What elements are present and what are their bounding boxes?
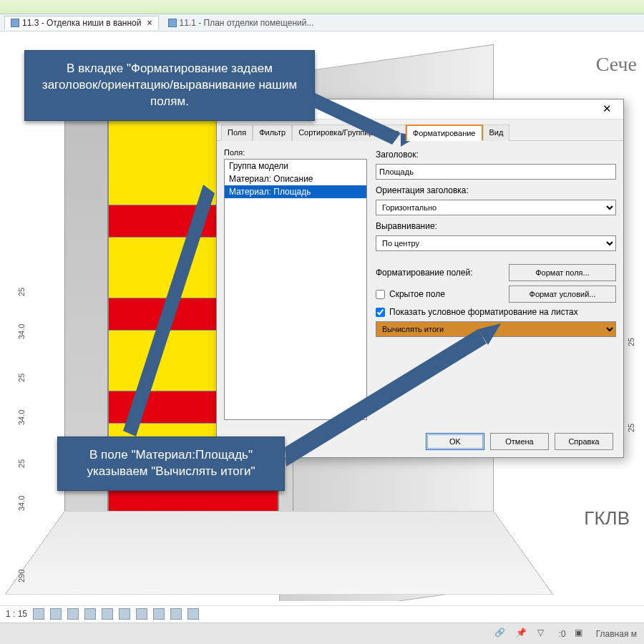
list-item[interactable]: Группа модели <box>225 160 366 172</box>
dimension-text: 290 <box>17 570 26 582</box>
temp-hide-icon[interactable] <box>153 608 165 620</box>
totals-select[interactable]: Вычислять итоги <box>376 321 616 337</box>
show-cond-checkbox[interactable] <box>376 308 385 317</box>
fields-listbox[interactable]: Группа модели Материал: Описание Материа… <box>224 159 367 420</box>
cond-format-button[interactable]: Формат условий... <box>509 286 616 303</box>
callout-bottom: В поле "Материал:Площадь" указываем "Выч… <box>57 436 285 491</box>
status-text: Главная м <box>596 629 637 639</box>
tab-filter[interactable]: Фильтр <box>253 125 292 141</box>
list-item[interactable]: Материал: Описание <box>225 172 366 185</box>
fields-label: Поля: <box>224 148 367 157</box>
tab-view[interactable]: Вид <box>483 125 510 141</box>
tab-title: 11.3 - Отделка ниши в ванной <box>22 18 142 28</box>
callout-top: В вкладке "Форматирование задаем заголов… <box>24 50 315 121</box>
view-control-bar[interactable]: 1 : 15 <box>0 605 644 621</box>
tab-title: 11.1 - План отделки помещений... <box>180 18 314 28</box>
orientation-label: Ориентация заголовка: <box>376 185 616 195</box>
dimension-text: 34.0 <box>17 496 26 511</box>
dimension-text: 25 <box>17 288 26 296</box>
crop-icon[interactable] <box>102 608 113 620</box>
dimension-text: 34.0 <box>17 324 26 339</box>
dialog-tabs: Поля Фильтр Сортировка/Группирование Фор… <box>217 119 623 141</box>
filter-icon[interactable]: ▽ <box>537 628 550 640</box>
status-bar: 🔗 📌 ▽ :0 ▣ Главная м <box>0 623 644 644</box>
reveal-icon[interactable] <box>170 608 182 620</box>
document-tabs: 11.3 - Отделка ниши в ванной × 11.1 - Пл… <box>0 14 644 31</box>
show-cond-label: Показать условное форматирование на лист… <box>389 307 578 317</box>
select-links-icon[interactable]: 🔗 <box>494 628 507 640</box>
tab-fields[interactable]: Поля <box>221 125 253 141</box>
dimension-text: 25 <box>17 374 26 382</box>
field-format-button[interactable]: Формат поля... <box>509 264 616 281</box>
dimension-text: 25 <box>627 424 635 432</box>
filter-count: :0 <box>559 629 566 639</box>
tab-formatting[interactable]: Форматирование <box>406 125 483 141</box>
select-pinned-icon[interactable]: 📌 <box>516 628 529 640</box>
help-button[interactable]: Справка <box>555 433 613 450</box>
lock-icon[interactable] <box>136 608 147 620</box>
scale-display[interactable]: 1 : 15 <box>6 609 27 619</box>
room-label: ГКЛВ <box>584 507 630 530</box>
tab-sort[interactable]: Сортировка/Группирование <box>292 125 406 141</box>
tab-inactive[interactable]: 11.1 - План отделки помещений... <box>162 16 321 30</box>
heading-label: Заголовок: <box>376 150 616 160</box>
list-item-selected[interactable]: Материал: Площадь <box>225 185 366 198</box>
hidden-field-label: Скрытое поле <box>389 289 445 299</box>
ok-button[interactable]: OK <box>426 433 484 450</box>
crop-region-icon[interactable] <box>119 608 130 620</box>
ribbon-strip <box>0 0 644 14</box>
section-label: Сече <box>596 53 637 76</box>
close-icon[interactable]: ✕ <box>596 102 618 117</box>
detail-level-icon[interactable] <box>33 608 44 620</box>
visual-style-icon[interactable] <box>50 608 62 620</box>
align-select[interactable]: По центру <box>376 235 616 251</box>
heading-input[interactable] <box>376 164 616 180</box>
close-tab-icon[interactable]: × <box>145 18 152 28</box>
properties-dialog: ов ✕ Поля Фильтр Сортировка/Группировани… <box>216 99 624 458</box>
hidden-field-checkbox[interactable] <box>376 290 385 299</box>
format-fields-label: Форматирование полей: <box>376 268 473 278</box>
view-icon <box>168 19 177 27</box>
dimension-text: 25 <box>627 338 635 346</box>
editable-only-icon[interactable]: ▣ <box>575 628 587 640</box>
align-label: Выравнивание: <box>376 221 616 231</box>
tab-active[interactable]: 11.3 - Отделка ниши в ванной × <box>4 16 159 30</box>
cancel-button[interactable]: Отмена <box>490 433 549 450</box>
orientation-select[interactable]: Горизонтально <box>376 200 616 215</box>
view-icon <box>11 19 19 27</box>
worksharing-icon[interactable] <box>187 608 199 620</box>
sun-path-icon[interactable] <box>67 608 79 620</box>
dimension-text: 25 <box>17 459 26 468</box>
dimension-text: 34.0 <box>17 410 26 425</box>
shadows-icon[interactable] <box>84 608 96 620</box>
